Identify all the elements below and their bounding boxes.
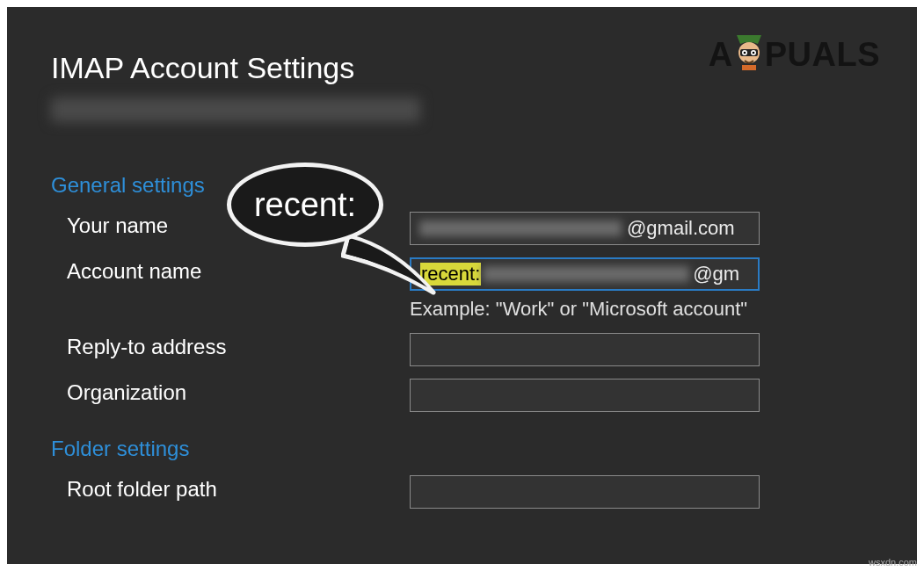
svg-rect-6 bbox=[742, 65, 756, 70]
your-name-suffix: @gmail.com bbox=[627, 217, 735, 240]
brand-logo: A PUALS bbox=[709, 33, 880, 76]
folder-settings-header: Folder settings bbox=[51, 437, 864, 461]
reply-to-label: Reply-to address bbox=[67, 333, 410, 359]
row-reply-to: Reply-to address bbox=[51, 333, 864, 366]
account-name-suffix: @gm bbox=[693, 263, 739, 286]
root-folder-input[interactable] bbox=[410, 475, 760, 509]
organization-label: Organization bbox=[67, 379, 410, 405]
account-name-prefix-highlight: recent: bbox=[420, 263, 481, 286]
general-settings-header: General settings bbox=[51, 173, 864, 198]
watermark-text: wsxdn.com bbox=[869, 557, 917, 567]
your-name-input[interactable]: @gmail.com bbox=[410, 212, 760, 245]
svg-point-4 bbox=[743, 52, 746, 54]
row-account-name: Account name recent: @gm Example: "Work"… bbox=[51, 257, 864, 321]
svg-point-5 bbox=[752, 52, 754, 54]
account-name-label: Account name bbox=[67, 257, 410, 284]
row-your-name: Your name @gmail.com bbox=[51, 212, 864, 245]
brand-prefix: A bbox=[709, 36, 733, 74]
redacted-text bbox=[483, 266, 689, 282]
your-name-label: Your name bbox=[67, 212, 410, 238]
reply-to-input[interactable] bbox=[410, 333, 760, 366]
redacted-text bbox=[419, 220, 622, 236]
mascot-icon bbox=[731, 30, 767, 72]
row-root-folder: Root folder path bbox=[51, 475, 864, 509]
settings-dialog: IMAP Account Settings General settings Y… bbox=[7, 7, 917, 564]
account-email-redacted bbox=[51, 98, 420, 122]
row-organization: Organization bbox=[51, 379, 864, 412]
root-folder-label: Root folder path bbox=[67, 475, 410, 502]
brand-suffix: PUALS bbox=[765, 36, 880, 74]
organization-input[interactable] bbox=[410, 379, 760, 412]
account-name-helper: Example: "Work" or "Microsoft account" bbox=[410, 298, 864, 321]
account-name-input[interactable]: recent: @gm bbox=[410, 257, 760, 291]
